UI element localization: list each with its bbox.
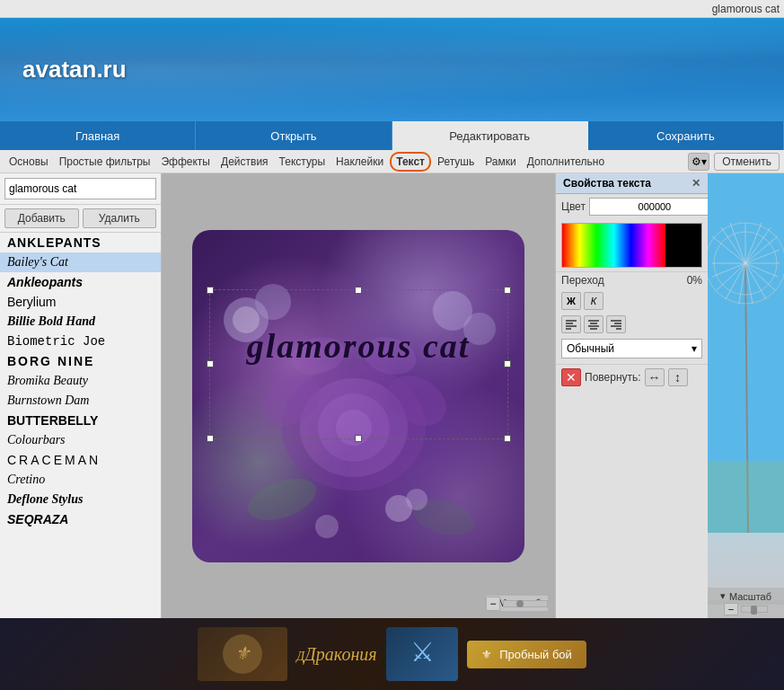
font-item-craceman[interactable]: CRACEMAN (0, 450, 161, 470)
font-style-dropdown[interactable]: Обычный ▾ (561, 339, 702, 358)
svg-text:⚔: ⚔ (410, 637, 434, 667)
font-item-baileys[interactable]: Bailey's Cat (0, 252, 161, 272)
zoom-thumb[interactable] (516, 600, 524, 607)
props-panel-header: Свойства текста ✕ (556, 173, 708, 194)
tab-home[interactable]: Главная (0, 121, 196, 150)
color-input[interactable] (589, 198, 720, 216)
add-text-button[interactable]: Добавить (4, 208, 79, 228)
color-row: Цвет (556, 194, 708, 219)
svg-point-17 (315, 515, 339, 538)
font-item-biometric[interactable]: Biometric Joe (0, 332, 161, 351)
font-list: ANKLEPANTS Bailey's Cat Ankleopants Bery… (0, 233, 161, 618)
delete-icon: ✕ (566, 370, 577, 385)
toolbar-simple-filters[interactable]: Простые фильтры (55, 154, 155, 170)
font-item-borg[interactable]: BORG NINE (0, 351, 161, 371)
align-right-icon (610, 319, 622, 330)
text-input[interactable] (4, 178, 156, 199)
font-style-value: Обычный (567, 342, 614, 355)
black-color-box[interactable] (665, 224, 701, 267)
handle-bl[interactable] (207, 435, 214, 442)
zoom-controls: − (486, 597, 548, 611)
font-item-billie[interactable]: Billie Bold Hand (0, 312, 161, 332)
banner-title: ДДракония (296, 644, 376, 665)
zoom-slider-small[interactable] (741, 606, 768, 613)
align-left-icon (565, 319, 577, 330)
toolbar: Основы Простые фильтры Эффекты Действия … (0, 150, 784, 173)
font-item-bromika[interactable]: Bromika Beauty (0, 371, 161, 391)
rotate-left-button[interactable]: ↔ (645, 368, 665, 386)
zoom-out-button[interactable]: − (486, 597, 500, 611)
bold-button[interactable]: Ж (561, 292, 581, 310)
font-item-seqraza[interactable]: SEQRAZA (0, 509, 161, 529)
zoom-minus-button[interactable]: − (724, 603, 738, 615)
tab-edit[interactable]: Редактировать (392, 121, 588, 150)
banner-icon: ⚜ (481, 648, 492, 661)
handle-tr[interactable] (504, 287, 511, 294)
logo[interactable]: avatan.ru (22, 56, 127, 84)
rotate-label: Повернуть: (585, 371, 641, 384)
properties-panel: Свойства текста ✕ Цвет Переход 0% Ж К (555, 173, 708, 618)
font-item-colourbars[interactable]: Colourbars (0, 430, 161, 450)
main-area: Добавить Удалить ANKLEPANTS Bailey's Cat… (0, 173, 784, 618)
toolbar-retouch[interactable]: Ретушь (433, 154, 479, 170)
remove-text-button[interactable]: Удалить (83, 208, 157, 228)
banner-image-left: ⚜ (198, 627, 287, 681)
dragon-emblem-icon: ⚜ (202, 630, 283, 679)
rotate-left-icon: ↔ (648, 370, 661, 385)
transition-row: Переход 0% (556, 271, 708, 288)
color-picker[interactable] (561, 223, 702, 268)
font-item-cretino[interactable]: Cretino (0, 470, 161, 490)
font-item-deflone[interactable]: Deflone Stylus (0, 490, 161, 509)
handle-bm[interactable] (355, 435, 362, 442)
toolbar-actions[interactable]: Действия (216, 154, 273, 170)
toolbar-stickers[interactable]: Наклейки (331, 154, 388, 170)
font-item-berylium[interactable]: Berylium (0, 292, 161, 312)
toolbar-text[interactable]: Текст (390, 152, 431, 172)
svg-point-16 (406, 489, 427, 510)
props-close-button[interactable]: ✕ (692, 177, 700, 190)
top-bar: glamorous cat (0, 0, 784, 18)
rotate-right-button[interactable]: ↕ (668, 368, 688, 386)
align-left-button[interactable] (561, 315, 581, 333)
selection-box (209, 289, 508, 439)
toolbar-basics[interactable]: Основы (4, 154, 53, 170)
chevron-down-icon: ▾ (692, 342, 697, 355)
canvas-image: glamorous cat (192, 230, 524, 562)
align-center-icon (587, 319, 600, 330)
toolbar-frames[interactable]: Рамки (480, 154, 520, 170)
rainbow-gradient[interactable] (562, 224, 665, 267)
handle-br[interactable] (504, 435, 511, 442)
zoom-slider-thumb[interactable] (751, 606, 757, 615)
font-item-anklepants[interactable]: ANKLEPANTS (0, 233, 161, 252)
text-style-buttons: Ж К (556, 288, 708, 314)
italic-button[interactable]: К (584, 292, 603, 310)
settings-button[interactable]: ⚙▾ (688, 153, 709, 171)
zoom-slider[interactable] (503, 600, 548, 607)
cancel-button[interactable]: Отменить (714, 153, 780, 171)
align-right-button[interactable] (606, 315, 626, 333)
tab-save[interactable]: Сохранить (588, 121, 784, 150)
svg-text:⚜: ⚜ (234, 643, 251, 663)
align-center-button[interactable] (584, 315, 603, 333)
svg-rect-52 (708, 461, 784, 533)
toolbar-effects[interactable]: Эффекты (156, 154, 215, 170)
delete-text-button[interactable]: ✕ (561, 368, 581, 386)
banner-cta-button[interactable]: ⚜ Пробный бой (467, 641, 586, 668)
handle-rm[interactable] (504, 360, 511, 367)
tab-open[interactable]: Открыть (196, 121, 392, 150)
top-bar-label: glamorous cat (712, 3, 780, 15)
zoom-row: − (708, 600, 784, 618)
font-buttons: Добавить Удалить (0, 205, 161, 233)
banner-image-middle: ⚔ (386, 627, 458, 681)
font-item-burnstown[interactable]: Burnstown Dam (0, 391, 161, 411)
toolbar-more[interactable]: Дополнительно (523, 154, 609, 170)
handle-tm[interactable] (355, 287, 362, 294)
nav-tabs: Главная Открыть Редактировать Сохранить (0, 121, 784, 150)
handle-tl[interactable] (207, 287, 214, 294)
font-item-butterbelly[interactable]: BUTTERBELLY (0, 411, 161, 430)
handle-lm[interactable] (207, 360, 214, 367)
font-item-ankleopants[interactable]: Ankleopants (0, 272, 161, 292)
text-input-area (0, 173, 161, 205)
canvas-container[interactable]: glamorous cat (192, 230, 524, 562)
toolbar-textures[interactable]: Текстуры (275, 154, 330, 170)
